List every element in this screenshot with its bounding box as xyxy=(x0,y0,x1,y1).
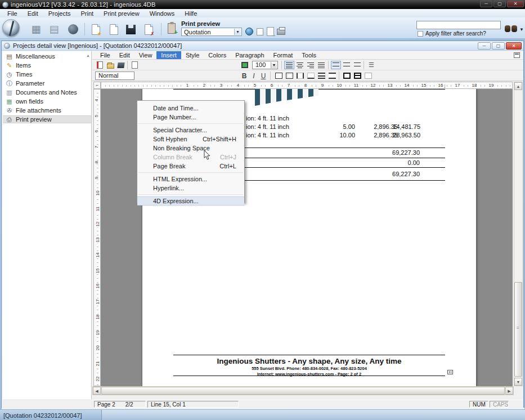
menu-projects[interactable]: Projects xyxy=(43,10,76,17)
minimize-button[interactable]: ─ xyxy=(480,1,492,7)
clipboard-button[interactable]: + xyxy=(165,22,178,34)
print-settings-button[interactable] xyxy=(255,27,264,36)
align-left-button[interactable] xyxy=(284,61,294,69)
document-properties-button[interactable] xyxy=(95,61,105,69)
new-record-button[interactable]: ★ xyxy=(89,23,102,35)
editor-menu-view[interactable]: View xyxy=(134,51,157,59)
mdi-maximize-button[interactable]: ▢ xyxy=(492,42,505,50)
background-button[interactable] xyxy=(240,61,250,69)
mdi-close-button[interactable]: ✕ xyxy=(506,42,522,50)
align-center-button[interactable] xyxy=(295,61,305,69)
menu-item-soft-hyphen[interactable]: Soft HyphenCtrl+Shift+H xyxy=(137,135,244,144)
editor-menu-file[interactable]: File xyxy=(96,51,115,59)
search-input[interactable] xyxy=(416,21,501,29)
bold-button[interactable]: B xyxy=(239,72,249,80)
mdi-minimize-button[interactable]: ─ xyxy=(478,42,491,50)
menu-item-page-break[interactable]: Page BreakCtrl+L xyxy=(137,162,244,171)
zoom-select[interactable]: 100 ▼ xyxy=(252,61,278,69)
duplicate-record-button[interactable] xyxy=(107,23,120,35)
border-h2-button[interactable] xyxy=(327,72,337,80)
scroll-right-icon[interactable]: ▶ xyxy=(505,387,513,395)
ruler-label: 8 xyxy=(303,83,308,88)
editor-menu-insert[interactable]: Insert xyxy=(156,51,181,59)
list-button[interactable]: ☰ xyxy=(366,61,376,69)
horizontal-ruler[interactable]: 12345678910111213141516171819 xyxy=(101,82,513,89)
sidebar-item-documents-notes[interactable]: ▥Documents and Notes xyxy=(3,88,91,96)
close-button[interactable]: ✕ xyxy=(507,1,524,7)
paragraph-style-select[interactable]: Normal xyxy=(95,72,134,80)
menu-item-page-number[interactable]: Page Number... xyxy=(137,113,244,122)
line-spacing-single-button[interactable] xyxy=(331,61,341,69)
menu-item-4d-expression[interactable]: 4D Expression... xyxy=(137,196,244,205)
border-thick-button[interactable] xyxy=(342,72,352,80)
menu-item-special-character[interactable]: Special Character... xyxy=(137,126,244,135)
scroll-up-icon[interactable]: ▲ xyxy=(514,82,522,90)
border-thick-mid-button[interactable] xyxy=(352,72,362,80)
align-justify-button[interactable] xyxy=(316,61,326,69)
sidebar-item-own-fields[interactable]: ▦own fields xyxy=(3,97,91,105)
menu-item-date-and-time[interactable]: Date and Time... xyxy=(137,104,244,113)
border-hmid-button[interactable] xyxy=(316,72,326,80)
save-record-button[interactable] xyxy=(124,23,137,35)
editor-menu-format[interactable]: Format xyxy=(269,51,298,59)
vertical-scroll-thumb[interactable] xyxy=(514,282,522,377)
print-button[interactable] xyxy=(276,27,286,36)
vertical-scrollbar[interactable]: ▲ ▼ xyxy=(514,82,523,386)
tab-stop-selector[interactable]: ⌐ xyxy=(93,82,101,89)
menu-item-hyperlink[interactable]: Hyperlink... xyxy=(137,184,244,193)
restore-document-icon[interactable] xyxy=(514,52,520,58)
user-button[interactable] xyxy=(66,23,80,35)
menu-windows[interactable]: Windows xyxy=(145,10,180,17)
line-spacing-double-button[interactable] xyxy=(352,61,362,69)
sidebar-item-parameter[interactable]: ⓘParameter xyxy=(3,79,91,87)
underline-button[interactable]: U xyxy=(258,72,268,80)
sidebar-item-items[interactable]: ✎Items xyxy=(3,61,91,69)
report-type-select[interactable]: Quotation ▼ xyxy=(181,28,242,36)
border-sides-button[interactable] xyxy=(295,72,305,80)
search-binoculars-button[interactable] xyxy=(505,24,517,33)
horizontal-scroll-thumb[interactable] xyxy=(101,387,505,395)
calendar-button[interactable]: ▤ xyxy=(47,23,61,35)
border-bottom-button[interactable] xyxy=(306,72,316,80)
italic-button[interactable]: I xyxy=(249,72,259,80)
horizontal-scrollbar[interactable]: ◀ ▶ xyxy=(92,386,514,395)
editor-menu-paragraph[interactable]: Paragraph xyxy=(231,51,268,59)
export-button[interactable] xyxy=(266,27,275,36)
border-none-button[interactable] xyxy=(363,72,373,80)
menu-hilfe[interactable]: Hilfe xyxy=(180,10,202,17)
menu-separator xyxy=(138,194,243,195)
save-document-button[interactable] xyxy=(116,61,126,69)
line-spacing-15-button[interactable] xyxy=(342,61,352,69)
open-button[interactable] xyxy=(105,61,115,69)
menu-print-preview[interactable]: Print preview xyxy=(98,10,145,17)
border-outer-button[interactable] xyxy=(284,72,294,80)
ruler-label: 17 xyxy=(95,298,100,305)
apply-filter-checkbox[interactable] xyxy=(418,31,423,37)
menu-item-html-expression[interactable]: HTML Expression... xyxy=(137,175,244,184)
sidebar-item-miscellaneous[interactable]: ▤Miscellaneous xyxy=(3,52,91,60)
align-right-button[interactable] xyxy=(306,61,316,69)
window-titlebar[interactable]: ingeniousV12 [V3.3.42 - 26.03.12] - inge… xyxy=(0,0,525,9)
menu-edit[interactable]: Edit xyxy=(23,10,43,17)
list-view-button[interactable]: ▦ xyxy=(29,23,43,35)
scroll-down-icon[interactable]: ▼ xyxy=(514,378,522,386)
vertical-ruler[interactable]: 45678910111213141516171819202122 xyxy=(93,89,101,386)
page-preview-button[interactable] xyxy=(129,61,140,69)
maximize-button[interactable]: ▢ xyxy=(493,1,506,7)
refresh-button[interactable] xyxy=(244,27,254,36)
search-options-caret-icon[interactable]: ▼ xyxy=(519,27,524,32)
border-all-button[interactable] xyxy=(273,72,284,80)
editor-menu-edit[interactable]: Edit xyxy=(115,51,134,59)
editor-menu-style[interactable]: Style xyxy=(181,51,204,59)
delete-record-button[interactable]: ✗ xyxy=(142,23,155,35)
sidebar-item-times[interactable]: ◷Times xyxy=(3,70,91,78)
editor-menu-colors[interactable]: Colors xyxy=(204,51,231,59)
sidebar-item-file-attachments[interactable]: ✇File attachments xyxy=(3,106,91,114)
menu-file[interactable]: File xyxy=(2,10,23,17)
menu-item-non-breaking-space[interactable]: Non Breaking Space xyxy=(137,144,244,153)
sidebar-item-print-preview[interactable]: ⎙Print preview xyxy=(3,115,91,123)
scroll-left-icon[interactable]: ◀ xyxy=(93,387,101,395)
menu-print[interactable]: Print xyxy=(75,10,98,17)
editor-menu-tools[interactable]: Tools xyxy=(297,51,321,59)
mdi-titlebar[interactable]: Projects detail view [Ingenious] - [Quot… xyxy=(2,41,523,51)
